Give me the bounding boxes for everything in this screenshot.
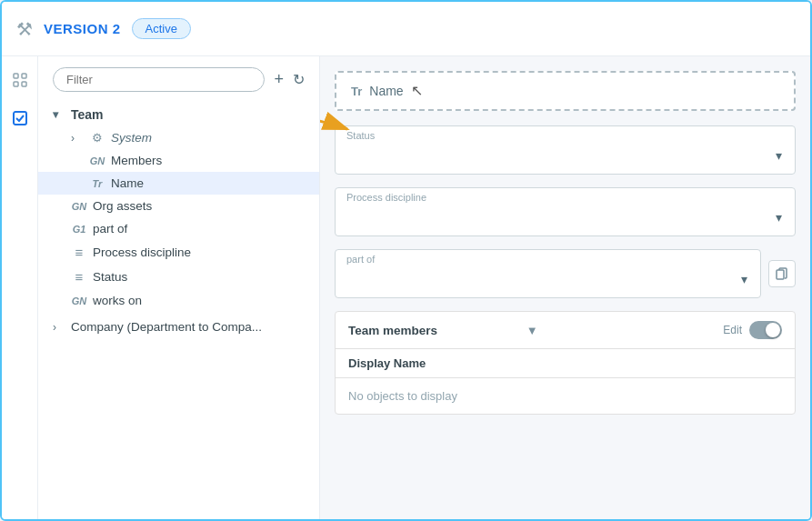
tree-icon-org-assets: GN [71,201,87,212]
tree-label-works-on: works on [93,294,305,307]
tree-label-status: Status [93,270,305,284]
tree-item-system[interactable]: › ⚙ System [38,126,319,149]
detail-panel: Tr Name ↖ Status ▾ Process discipline ▾ [320,56,810,519]
team-members-edit-label: Edit [723,324,742,336]
tree-icon-status: ≡ [71,269,87,285]
side-icons-panel [2,56,38,519]
detail-process-label: Process discipline [346,192,784,203]
team-empty-message: No objects to display [336,378,795,414]
tree-label-members: Members [111,154,305,167]
team-members-edit-toggle[interactable] [749,321,782,339]
detail-name-icon: Tr [351,85,362,98]
refresh-button[interactable]: ↻ [293,71,305,88]
detail-status-select[interactable]: ▾ [346,145,784,166]
tree-item-status[interactable]: ≡ Status [38,265,319,289]
filter-input[interactable] [53,67,265,92]
part-of-action-icon[interactable] [768,260,796,287]
version-title: VERSION 2 [44,21,121,36]
tree-item-process-discipline[interactable]: ≡ Process discipline [38,240,319,265]
detail-part-of-label: part of [346,254,749,265]
header: ⚒ VERSION 2 Active [2,2,810,56]
svg-rect-4 [14,112,26,125]
svg-rect-6 [777,270,784,279]
svg-rect-2 [14,82,18,86]
tree-item-part-of[interactable]: G1 part of [38,217,319,240]
tree-chevron-team: ▾ [53,108,65,121]
svg-rect-0 [14,74,18,78]
tree-label-part-of: part of [93,222,305,235]
detail-part-of-field: part of ▾ [335,249,761,298]
tree-label-company: Company (Department to Compa... [71,320,305,334]
team-members-title: Team members [348,324,519,337]
team-col-header: Display Name [336,349,795,378]
tree-label-org-assets: Org assets [93,199,305,213]
svg-rect-1 [22,74,26,78]
tree-icon-members: GN [89,155,105,166]
tree-item-company[interactable]: › Company (Department to Compa... [38,316,319,338]
tree-item-works-on[interactable]: GN works on [38,289,319,312]
svg-rect-3 [22,82,26,86]
tree-chevron-system: › [71,132,84,145]
team-members-section: Team members ▼ Edit Display Name No obje… [335,311,796,415]
detail-name-header: Tr Name ↖ [335,71,796,111]
tree-list: ▾ Team › ⚙ System GN Members [38,103,319,508]
add-button[interactable]: + [274,70,284,89]
tree-label-team: Team [71,107,305,122]
process-dropdown-arrow: ▾ [776,210,782,225]
team-members-filter-icon[interactable]: ▼ [526,324,538,337]
side-icon-grid[interactable] [7,67,33,93]
cursor-icon: ↖ [411,84,422,98]
tree-label-name: Name [111,176,305,190]
detail-status-field: Status ▾ [335,125,796,175]
tree-icon-process: ≡ [71,245,87,260]
tree-label-process: Process discipline [93,245,305,259]
detail-part-of-select[interactable]: ▾ [346,268,749,290]
detail-process-select[interactable]: ▾ [346,206,784,228]
tree-panel: + ↻ ▾ Team › ⚙ System GN [38,56,320,519]
tree-item-members[interactable]: GN Members [38,149,319,172]
tree-icon-system: ⚙ [89,131,105,145]
detail-status-label: Status [346,130,784,141]
tree-item-org-assets[interactable]: GN Org assets [38,195,319,217]
main-content: + ↻ ▾ Team › ⚙ System GN [2,56,810,519]
tree-item-team[interactable]: ▾ Team [38,103,319,126]
side-icon-checkbox[interactable] [7,105,33,131]
tree-icon-works-on: GN [71,296,87,306]
tree-label-system: System [111,131,305,145]
detail-name-label: Name [369,84,403,98]
filter-bar: + ↻ [38,67,319,103]
toggle-knob [766,323,780,337]
tree-icon-part-of: G1 [71,224,87,235]
tree-chevron-company: › [53,321,65,334]
status-badge: Active [132,18,191,39]
team-members-header: Team members ▼ Edit [336,312,795,349]
tree-item-name[interactable]: Tr Name [38,172,319,195]
part-of-dropdown-arrow: ▾ [741,272,747,286]
tree-icon-name: Tr [89,178,105,189]
detail-process-field: Process discipline ▾ [335,187,796,236]
detail-part-of-row: part of ▾ [335,249,796,298]
header-tool-icon: ⚒ [16,18,33,40]
status-dropdown-arrow: ▾ [776,148,782,163]
